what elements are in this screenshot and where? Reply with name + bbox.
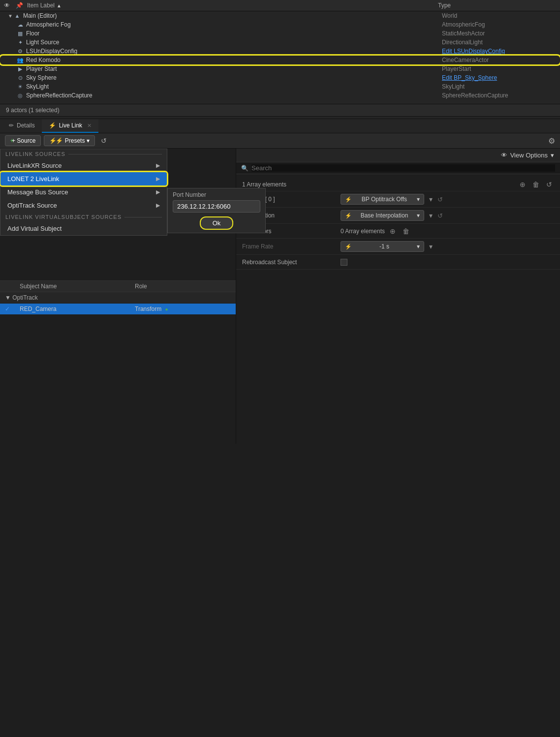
main-content: + + Source ⚡ ⚡ Presets ▾ ↺ ⚙ LIVELINK SO… — [0, 133, 560, 444]
tab-icon: ⚡ — [49, 122, 56, 129]
tree-item[interactable]: ✦Light SourceDirectionalLight — [0, 38, 560, 47]
tree-item-icon: ☁ — [16, 22, 25, 28]
tree-item-name: Main (Editor) — [23, 12, 442, 19]
port-input[interactable] — [173, 200, 260, 213]
prop-row: Translators0 Array elements⊕🗑 — [236, 224, 560, 239]
source-item-name: LONET 2 LiveLink — [7, 175, 59, 183]
tree-item[interactable]: ⊙Sky SphereEdit BP_Sky_Sphere — [0, 73, 560, 82]
eye-view-icon: 👁 — [501, 152, 507, 159]
dropdown-value-text: -1 s — [379, 243, 389, 250]
col-label-item: Item Label ▲ — [27, 2, 434, 9]
subject-group-row[interactable]: ▼ OptiTrack — [0, 292, 236, 304]
source-item-name: OptiTrack Source — [7, 202, 57, 209]
prop-checkbox[interactable] — [341, 259, 347, 266]
properties-area: 1 Array elements⊕🗑↺▶Index [ 0 ]⚡ BP Opti… — [236, 174, 560, 274]
tree-item-icon: ▦ — [16, 31, 25, 37]
prop-expand-button[interactable]: ▾ — [427, 242, 435, 251]
port-popup: Port Number Ok — [167, 188, 266, 233]
view-options-button[interactable]: 👁 View Options ▾ — [501, 152, 554, 159]
section-add-button[interactable]: ⊕ — [518, 180, 528, 189]
tab-label: Details — [17, 122, 35, 129]
dropdown-chevron: ▾ — [417, 196, 420, 203]
source-popup: LIVELINK SOURCES LiveLinkXR Source▶LONET… — [0, 149, 167, 236]
section-reset-button[interactable]: ↺ — [544, 180, 554, 189]
prop-reset-button[interactable]: ↺ — [437, 212, 443, 219]
left-panel: LIVELINK SOURCES LiveLinkXR Source▶LONET… — [0, 149, 236, 444]
visibility-icon[interactable]: 👁 — [4, 2, 10, 9]
search-input[interactable] — [251, 164, 555, 172]
source-item-message-bus-source[interactable]: Message Bus Source▶ — [0, 185, 167, 199]
subject-table: Subject Name Role ▼ OptiTrack✓RED_Camera… — [0, 281, 236, 315]
subject-checkbox-cell[interactable]: ✓ — [0, 304, 15, 315]
prop-dropdown-button[interactable]: ⚡ -1 s▾ — [341, 241, 424, 252]
tree-item-type: World — [442, 12, 560, 19]
prop-reset-button[interactable]: ↺ — [437, 196, 443, 203]
prop-value: ⚡ Base Interpolation▾▾↺ — [341, 210, 554, 221]
tree-item[interactable]: ◎SphereReflectionCaptureSphereReflection… — [0, 91, 560, 100]
expand-arrow[interactable]: ▼ — [8, 13, 13, 19]
prop-expand-button[interactable]: ▾ — [427, 211, 435, 220]
prop-value — [341, 259, 554, 266]
subject-row[interactable]: ✓RED_CameraTransform ● — [0, 304, 236, 315]
tab-details[interactable]: ✏ Details — [2, 119, 42, 133]
livelink-body: LIVELINK SOURCES LiveLinkXR Source▶LONET… — [0, 149, 560, 444]
tree-item-name: Sky Sphere — [26, 74, 442, 81]
tab-close-button[interactable]: ✕ — [87, 123, 92, 129]
tree-item-type: SphereReflectionCapture — [442, 92, 560, 99]
actor-count-text: 9 actors (1 selected) — [6, 107, 60, 114]
dropdown-icon: ⚡ — [345, 196, 352, 203]
actor-count-bar: 9 actors (1 selected) — [0, 104, 560, 117]
prop-expand-button[interactable]: ▾ — [427, 195, 435, 204]
tree-item[interactable]: ☁Atmospheric FogAtmosphericFog — [0, 20, 560, 29]
tree-item-name: LSUnDisplayConfig — [26, 48, 442, 55]
gear-button[interactable]: ⚙ — [548, 136, 555, 146]
source-button[interactable]: + + Source — [5, 135, 41, 146]
port-label: Port Number — [173, 191, 260, 198]
outliner-tree: ▼ ▲Main (Editor)World☁Atmospheric FogAtm… — [0, 11, 560, 100]
tab-live-link[interactable]: ⚡ Live Link✕ — [42, 119, 98, 133]
col-label-type: Type — [438, 2, 556, 9]
tree-item[interactable]: 👥Red KomodoCineCameraActor — [0, 56, 560, 64]
prop-add-button[interactable]: ⊕ — [388, 227, 398, 236]
dropdown-chevron: ▾ — [417, 243, 420, 250]
tree-item-name: Atmospheric Fog — [26, 21, 442, 28]
search-icon: 🔍 — [241, 165, 249, 172]
outliner-panel: 👁 📌 Item Label ▲ Type ▼ ▲Main (Editor)Wo… — [0, 0, 560, 119]
subject-name-cell: RED_Camera — [15, 304, 130, 315]
tree-item[interactable]: ☀SkyLightSkyLight — [0, 82, 560, 91]
source-item-livelinkxr-source[interactable]: LiveLinkXR Source▶ — [0, 159, 167, 172]
tree-item[interactable]: ▼ ▲Main (Editor)World — [0, 11, 560, 20]
source-item-lonet-2-livelink[interactable]: LONET 2 LiveLink▶ — [0, 172, 167, 185]
section-delete-button[interactable]: 🗑 — [530, 180, 541, 189]
col-role: Role — [130, 281, 236, 292]
tree-item[interactable]: ▶Player StartPlayerStart — [0, 64, 560, 73]
source-item-optitrack-source[interactable]: OptiTrack Source▶ — [0, 199, 167, 212]
tree-item-icon: ▲ — [13, 13, 22, 19]
tree-item-icon: ◎ — [16, 92, 25, 99]
reset-button[interactable]: ↺ — [98, 136, 110, 146]
tree-item-type: StaticMeshActor — [442, 30, 560, 37]
col-checkbox — [0, 281, 15, 292]
properties-container: 1 Array elements⊕🗑↺▶Index [ 0 ]⚡ BP Opti… — [236, 178, 560, 270]
virtual-sources-section-label: LIVELINK VIRTUALSUBJECT SOURCES — [0, 212, 167, 222]
section-actions: ⊕🗑↺ — [518, 180, 554, 189]
tree-item-type[interactable]: Edit LSUnDisplayConfig — [442, 48, 560, 55]
prop-dropdown-button[interactable]: ⚡ Base Interpolation▾ — [341, 210, 424, 221]
source-item-chevron: ▶ — [156, 202, 160, 209]
col-subject-name: Subject Name — [15, 281, 130, 292]
prop-label: Rebroadcast Subject — [242, 259, 341, 266]
prop-dropdown-button[interactable]: ⚡ BP Optitrack Offs▾ — [341, 194, 424, 205]
tree-item[interactable]: ▦FloorStaticMeshActor — [0, 29, 560, 38]
tree-item-icon: ▶ — [16, 66, 25, 72]
presets-button[interactable]: ⚡ ⚡ Presets ▾ — [44, 135, 95, 146]
tree-item-type[interactable]: Edit BP_Sky_Sphere — [442, 74, 560, 81]
virtual-source-item[interactable]: Add Virtual Subject — [0, 222, 167, 235]
tree-item-name: SphereReflectionCapture — [26, 92, 442, 99]
prop-delete-button[interactable]: 🗑 — [401, 227, 411, 236]
right-toolbar: 👁 View Options ▾ — [236, 149, 560, 162]
prop-row: Rebroadcast Subject — [236, 255, 560, 270]
ok-button[interactable]: Ok — [200, 216, 234, 230]
tree-item-type: SkyLight — [442, 83, 560, 90]
subject-area: Subject Name Role ▼ OptiTrack✓RED_Camera… — [0, 276, 236, 315]
tree-item[interactable]: ⚙LSUnDisplayConfigEdit LSUnDisplayConfig — [0, 47, 560, 56]
